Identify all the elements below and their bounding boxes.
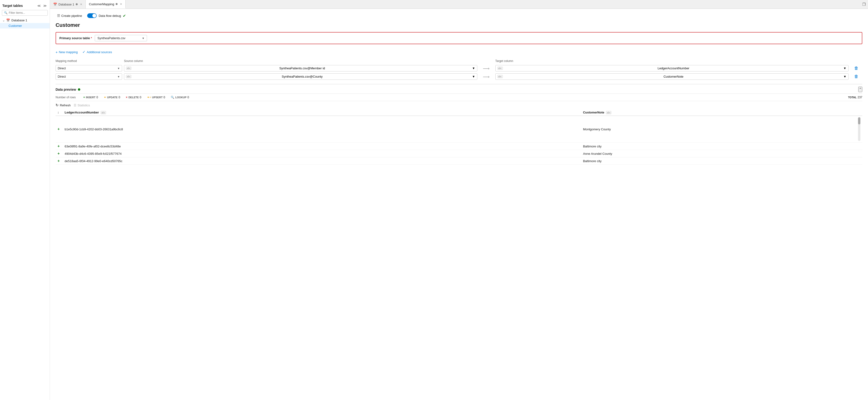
target-column-value-2: CustomerNote (663, 75, 683, 78)
source-column-value-2: SyntheaPatients.csv@County (282, 75, 322, 78)
lookup-label: LOOKUP (175, 96, 186, 99)
search-input[interactable] (9, 11, 45, 14)
statistics-button[interactable]: ☰ Statistics (73, 103, 90, 107)
table-row: + de518aa5-6f34-4912-99e0-e640cd50765c B… (56, 157, 862, 165)
primary-source-value: SyntheaPatients.csv (97, 36, 125, 40)
scrollbar-cell (856, 116, 862, 143)
tab-database1-close[interactable]: ✕ (80, 3, 82, 6)
sidebar-table-label: Customer (8, 24, 22, 28)
sidebar: Target tables ≪ ≫ 🔍 ⌄ 📅 Database 1 Custo… (0, 0, 50, 400)
tab-customermapping-dot (116, 3, 118, 5)
primary-source-label-text: Primary source table (59, 36, 90, 40)
search-icon: 🔍 (4, 11, 8, 14)
row-stats-bar: Number of rows + INSERT 0 ✦ UPDATE 0 × D… (56, 94, 862, 101)
stats-icon: ☰ (73, 103, 76, 107)
toggle-switch[interactable] (87, 13, 97, 18)
row-marker: + (56, 143, 63, 150)
ledger-value: de518aa5-6f34-4912-99e0-e640cd50765c (63, 157, 581, 165)
customer-note-value: Baltimore city (581, 157, 856, 165)
customer-note-header: CustomerNote abc (581, 109, 856, 116)
sort-icon: ↕ (58, 111, 59, 114)
expand-icon[interactable]: ❐ (860, 1, 868, 8)
delete-label: DELETE (128, 96, 139, 99)
insert-label: INSERT (86, 96, 95, 99)
update-label: UPDATE (107, 96, 118, 99)
lookup-icon: 🔍 (171, 96, 174, 99)
new-mapping-button[interactable]: + New mapping (56, 49, 78, 55)
collapse-preview-button[interactable]: ⌃ (858, 87, 862, 92)
mapping-method-header: Mapping method (56, 59, 122, 63)
tab-database1-dot (76, 3, 78, 5)
ledger-value: b1e5c90d-1cb9-4202-bb03-26631a9bc6c8 (63, 116, 581, 143)
collapse-sidebar-button[interactable]: ≪ (37, 3, 41, 8)
sidebar-item-database1[interactable]: ⌄ 📅 Database 1 (0, 18, 50, 23)
ledger-value: 63e08f91-8a9e-40fe-af02-dcee8c53d48e (63, 143, 581, 150)
customer-note-type-badge: abc (606, 111, 611, 114)
sidebar-search-box[interactable]: 🔍 (2, 10, 48, 16)
row-marker: + (56, 116, 63, 143)
chevron-down-icon: ⌄ (2, 19, 5, 22)
create-pipeline-button[interactable]: ☰ Create pipeline (56, 12, 83, 19)
sidebar-header: Target tables ≪ ≫ (0, 2, 50, 10)
table-row: + b1e5c90d-1cb9-4202-bb03-26631a9bc6c8 M… (56, 116, 862, 143)
source-column-value-1: SyntheaPatients.csv@Member id (279, 66, 325, 70)
additional-sources-button[interactable]: ✓ Additional sources (83, 49, 112, 55)
content-area: ☰ Create pipeline Data flow debug ✔ Cust… (50, 9, 868, 400)
refresh-label: Refresh (60, 103, 71, 107)
target-column-select-2[interactable]: abc CustomerNote ▼ (495, 73, 849, 80)
lookup-stat: 🔍 LOOKUP 0 (171, 96, 189, 99)
mapping-method-select-2[interactable]: Direct ▼ (56, 73, 122, 80)
total-stat: TOTAL 237 (848, 96, 862, 99)
data-preview-label: Data preview (56, 88, 76, 91)
tab-database1[interactable]: 📅 Database 1 ✕ (50, 0, 86, 8)
scrollbar-cell (856, 143, 862, 150)
delete-stat: × DELETE 0 (126, 96, 141, 99)
ledger-account-number-header: LedgerAccountNumber abc (63, 109, 581, 116)
upsert-icon: ✦+ (147, 96, 151, 99)
upsert-label: UPSERT (152, 96, 163, 99)
create-pipeline-label: Create pipeline (61, 14, 82, 18)
insert-value: 0 (96, 96, 98, 99)
insert-stat: + INSERT 0 (83, 96, 98, 99)
delete-icon: × (126, 96, 127, 99)
mapping-header: Mapping method Source column Target colu… (56, 58, 862, 64)
target-column-select-1[interactable]: abc LedgerAccountNumber ▼ (495, 65, 849, 71)
delete-mapping-2-button[interactable]: 🗑 (850, 74, 862, 79)
update-value: 0 (119, 96, 120, 99)
plus-icon: + (56, 50, 58, 54)
tab-customermapping-close[interactable]: ✕ (120, 3, 122, 6)
delete-mapping-1-button[interactable]: 🗑 (850, 66, 862, 71)
data-preview-header: Data preview ⌃ (56, 84, 862, 94)
tab-database1-icon: 📅 (53, 3, 57, 6)
primary-source-box: Primary source table * SyntheaPatients.c… (56, 32, 862, 44)
abc-badge-target-2: abc (498, 75, 503, 78)
abc-badge-target-1: abc (498, 67, 503, 70)
refresh-button[interactable]: ↻ Refresh (56, 103, 71, 107)
chevron-down-icon: ▼ (142, 37, 145, 40)
tab-bar: 📅 Database 1 ✕ CustomerMapping ✕ ❐ (50, 0, 868, 9)
main-area: 📅 Database 1 ✕ CustomerMapping ✕ ❐ ☰ Cre… (50, 0, 868, 400)
new-mapping-label: New mapping (59, 50, 78, 54)
mapping-row: Direct ▼ abc SyntheaPatients.csv@County … (56, 73, 862, 80)
table-row: + 63e08f91-8a9e-40fe-af02-dcee8c53d48e B… (56, 143, 862, 150)
tab-customermapping-label: CustomerMapping (89, 2, 114, 6)
mapping-method-select-1[interactable]: Direct ▼ (56, 65, 122, 71)
customer-note-value: Montgomery County (581, 116, 856, 143)
source-column-select-1[interactable]: abc SyntheaPatients.csv@Member id ▼ (124, 65, 477, 71)
source-column-select-2[interactable]: abc SyntheaPatients.csv@County ▼ (124, 73, 477, 80)
primary-source-dropdown[interactable]: SyntheaPatients.csv ▼ (95, 35, 147, 41)
tab-customermapping[interactable]: CustomerMapping ✕ (86, 0, 126, 8)
chevron-down-icon: ▼ (117, 75, 120, 78)
table-header-row: ↕ LedgerAccountNumber abc CustomerNote a… (56, 109, 862, 116)
row-marker: + (56, 157, 63, 165)
sidebar-item-customer[interactable]: Customer (0, 23, 50, 29)
mapping-method-value-1: Direct (58, 66, 66, 70)
row-marker: + (56, 150, 63, 157)
scrollbar-cell (856, 157, 862, 165)
chevron-down-icon: ▼ (843, 75, 846, 78)
abc-badge-1: abc (126, 67, 131, 70)
statistics-label: Statistics (78, 103, 90, 107)
mapping-source-header: Source column (124, 59, 477, 63)
expand-sidebar-button[interactable]: ≫ (43, 3, 47, 8)
sidebar-title: Target tables (2, 4, 23, 8)
